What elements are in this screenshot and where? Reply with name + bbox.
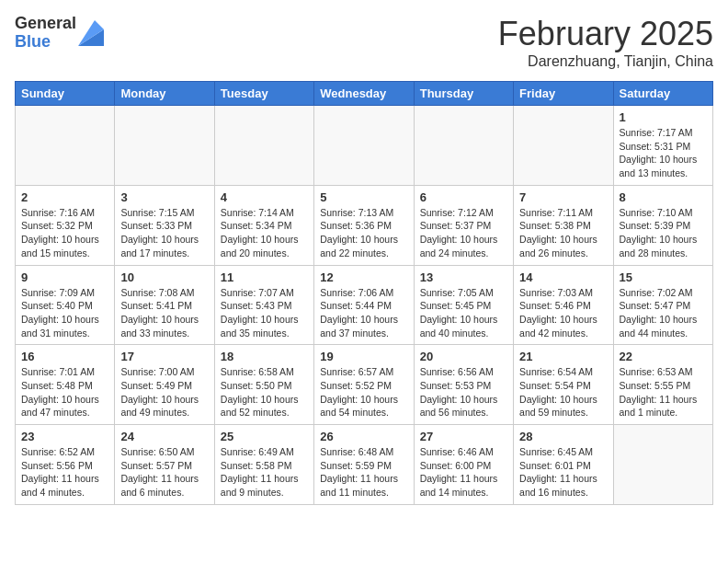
logo: General Blue (15, 15, 104, 52)
day-number: 26 (320, 430, 407, 443)
calendar-week-row: 23Sunrise: 6:52 AM Sunset: 5:56 PM Dayli… (16, 425, 713, 505)
day-number: 20 (420, 350, 507, 363)
day-number: 1 (620, 110, 707, 124)
table-row: 20Sunrise: 6:56 AM Sunset: 5:53 PM Dayli… (414, 345, 513, 425)
day-info: Sunrise: 7:16 AM Sunset: 5:32 PM Dayligh… (21, 206, 108, 260)
day-number: 23 (21, 430, 108, 443)
calendar-week-row: 1Sunrise: 7:17 AM Sunset: 5:31 PM Daylig… (16, 106, 713, 186)
logo-text: General Blue (15, 15, 76, 52)
table-row: 6Sunrise: 7:12 AM Sunset: 5:37 PM Daylig… (414, 185, 513, 265)
day-info: Sunrise: 7:10 AM Sunset: 5:39 PM Dayligh… (620, 206, 707, 260)
table-row (314, 106, 414, 186)
day-number: 15 (620, 270, 707, 284)
day-number: 6 (420, 190, 507, 204)
table-row: 3Sunrise: 7:15 AM Sunset: 5:33 PM Daylig… (115, 185, 214, 265)
day-info: Sunrise: 6:48 AM Sunset: 5:59 PM Dayligh… (320, 445, 407, 500)
day-info: Sunrise: 7:00 AM Sunset: 5:49 PM Dayligh… (120, 365, 208, 419)
day-info: Sunrise: 6:54 AM Sunset: 5:54 PM Dayligh… (519, 365, 607, 419)
day-number: 16 (21, 350, 108, 363)
day-info: Sunrise: 6:45 AM Sunset: 6:01 PM Dayligh… (519, 445, 607, 500)
day-info: Sunrise: 7:14 AM Sunset: 5:34 PM Dayligh… (221, 206, 308, 260)
table-row: 28Sunrise: 6:45 AM Sunset: 6:01 PM Dayli… (514, 425, 613, 505)
day-info: Sunrise: 6:49 AM Sunset: 5:58 PM Dayligh… (221, 445, 308, 500)
table-row (214, 106, 313, 186)
day-number: 18 (221, 350, 308, 363)
day-number: 28 (519, 430, 607, 443)
day-info: Sunrise: 7:13 AM Sunset: 5:36 PM Dayligh… (320, 206, 407, 260)
day-number: 27 (420, 430, 507, 443)
day-number: 2 (21, 190, 108, 204)
day-number: 5 (320, 190, 407, 204)
logo-blue: Blue (15, 33, 76, 52)
calendar-week-row: 16Sunrise: 7:01 AM Sunset: 5:48 PM Dayli… (16, 345, 713, 425)
calendar-table: Sunday Monday Tuesday Wednesday Thursday… (15, 81, 713, 505)
table-row (115, 106, 214, 186)
table-row: 10Sunrise: 7:08 AM Sunset: 5:41 PM Dayli… (115, 265, 214, 345)
col-saturday: Saturday (613, 82, 712, 106)
table-row: 11Sunrise: 7:07 AM Sunset: 5:43 PM Dayli… (214, 265, 313, 345)
col-sunday: Sunday (16, 82, 115, 106)
day-number: 9 (21, 270, 108, 284)
day-info: Sunrise: 7:11 AM Sunset: 5:38 PM Dayligh… (519, 206, 607, 260)
table-row: 27Sunrise: 6:46 AM Sunset: 6:00 PM Dayli… (414, 425, 513, 505)
day-number: 11 (221, 270, 308, 284)
table-row: 2Sunrise: 7:16 AM Sunset: 5:32 PM Daylig… (16, 185, 115, 265)
day-number: 10 (120, 270, 208, 284)
table-row: 13Sunrise: 7:05 AM Sunset: 5:45 PM Dayli… (414, 265, 513, 345)
day-info: Sunrise: 7:17 AM Sunset: 5:31 PM Dayligh… (620, 126, 707, 180)
table-row: 24Sunrise: 6:50 AM Sunset: 5:57 PM Dayli… (115, 425, 214, 505)
day-number: 25 (221, 430, 308, 443)
day-number: 19 (320, 350, 407, 363)
table-row: 26Sunrise: 6:48 AM Sunset: 5:59 PM Dayli… (314, 425, 414, 505)
day-number: 13 (420, 270, 507, 284)
table-row: 18Sunrise: 6:58 AM Sunset: 5:50 PM Dayli… (214, 345, 313, 425)
col-tuesday: Tuesday (214, 82, 313, 106)
table-row: 8Sunrise: 7:10 AM Sunset: 5:39 PM Daylig… (613, 185, 712, 265)
logo-general: General (15, 15, 76, 33)
day-info: Sunrise: 6:46 AM Sunset: 6:00 PM Dayligh… (420, 445, 507, 500)
day-info: Sunrise: 6:56 AM Sunset: 5:53 PM Dayligh… (420, 365, 507, 419)
table-row: 12Sunrise: 7:06 AM Sunset: 5:44 PM Dayli… (314, 265, 414, 345)
day-info: Sunrise: 7:03 AM Sunset: 5:46 PM Dayligh… (519, 286, 607, 340)
logo-icon (78, 20, 104, 46)
table-row: 19Sunrise: 6:57 AM Sunset: 5:52 PM Dayli… (314, 345, 414, 425)
day-info: Sunrise: 7:06 AM Sunset: 5:44 PM Dayligh… (320, 286, 407, 340)
day-info: Sunrise: 6:50 AM Sunset: 5:57 PM Dayligh… (120, 445, 208, 500)
table-row: 1Sunrise: 7:17 AM Sunset: 5:31 PM Daylig… (613, 106, 712, 186)
table-row (414, 106, 513, 186)
day-info: Sunrise: 7:08 AM Sunset: 5:41 PM Dayligh… (120, 286, 208, 340)
day-number: 21 (519, 350, 607, 363)
table-row: 23Sunrise: 6:52 AM Sunset: 5:56 PM Dayli… (16, 425, 115, 505)
day-number: 24 (120, 430, 208, 443)
col-monday: Monday (115, 82, 214, 106)
day-info: Sunrise: 6:52 AM Sunset: 5:56 PM Dayligh… (21, 445, 108, 500)
table-row: 25Sunrise: 6:49 AM Sunset: 5:58 PM Dayli… (214, 425, 313, 505)
day-info: Sunrise: 7:05 AM Sunset: 5:45 PM Dayligh… (420, 286, 507, 340)
table-row: 15Sunrise: 7:02 AM Sunset: 5:47 PM Dayli… (613, 265, 712, 345)
day-number: 22 (620, 350, 707, 363)
table-row: 16Sunrise: 7:01 AM Sunset: 5:48 PM Dayli… (16, 345, 115, 425)
day-info: Sunrise: 7:09 AM Sunset: 5:40 PM Dayligh… (21, 286, 108, 340)
day-number: 3 (120, 190, 208, 204)
table-row: 21Sunrise: 6:54 AM Sunset: 5:54 PM Dayli… (514, 345, 613, 425)
table-row: 5Sunrise: 7:13 AM Sunset: 5:36 PM Daylig… (314, 185, 414, 265)
table-row: 22Sunrise: 6:53 AM Sunset: 5:55 PM Dayli… (613, 345, 712, 425)
day-info: Sunrise: 7:02 AM Sunset: 5:47 PM Dayligh… (620, 286, 707, 340)
day-number: 14 (519, 270, 607, 284)
table-row: 7Sunrise: 7:11 AM Sunset: 5:38 PM Daylig… (514, 185, 613, 265)
location: Darenzhuang, Tianjin, China (498, 53, 713, 70)
table-row (514, 106, 613, 186)
title-block: February 2025 Darenzhuang, Tianjin, Chin… (498, 15, 713, 70)
page-header: General Blue February 2025 Darenzhuang, … (15, 15, 713, 70)
day-info: Sunrise: 6:58 AM Sunset: 5:50 PM Dayligh… (221, 365, 308, 419)
day-number: 8 (620, 190, 707, 204)
calendar-week-row: 9Sunrise: 7:09 AM Sunset: 5:40 PM Daylig… (16, 265, 713, 345)
day-info: Sunrise: 7:12 AM Sunset: 5:37 PM Dayligh… (420, 206, 507, 260)
day-info: Sunrise: 6:53 AM Sunset: 5:55 PM Dayligh… (620, 365, 707, 419)
day-info: Sunrise: 7:01 AM Sunset: 5:48 PM Dayligh… (21, 365, 108, 419)
table-row: 14Sunrise: 7:03 AM Sunset: 5:46 PM Dayli… (514, 265, 613, 345)
table-row (613, 425, 712, 505)
month-title: February 2025 (498, 15, 713, 53)
day-number: 7 (519, 190, 607, 204)
day-info: Sunrise: 7:15 AM Sunset: 5:33 PM Dayligh… (120, 206, 208, 260)
